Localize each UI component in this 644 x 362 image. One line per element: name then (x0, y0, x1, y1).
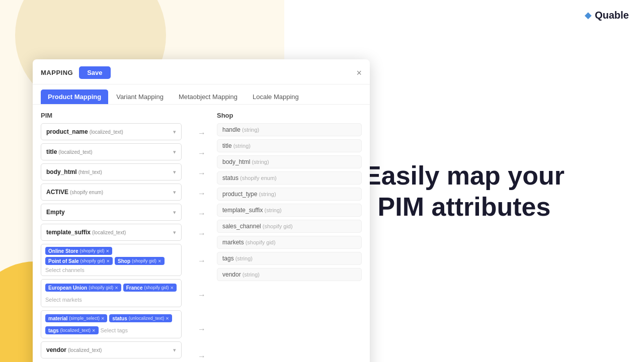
tab-variant-mapping[interactable]: Variant Mapping (109, 89, 171, 104)
pim-row-channels[interactable]: Online Store(shopify gid) × Point of Sal… (41, 244, 182, 276)
markets-placeholder: Select markets (45, 297, 82, 303)
pim-row-vendor[interactable]: vendor(localized_text) ▾ (41, 341, 182, 358)
pim-rows: product_name(localized_text) ▾ title(loc… (41, 123, 187, 358)
pim-header: PIM (41, 112, 187, 119)
arrow-10: → (187, 348, 217, 362)
tags-placeholder: Select tags (101, 327, 128, 333)
shop-template-suffix: template_suffix(string) (217, 204, 362, 217)
shop-body-html: body_html(string) (217, 155, 362, 168)
chip-online-store: Online Store(shopify gid) × (45, 247, 112, 255)
mapping-body: PIM product_name(localized_text) ▾ title… (33, 105, 370, 362)
shop-tags: tags(string) (217, 252, 362, 265)
chip-material: material(simple_select) × (45, 314, 107, 322)
shop-title: title(string) (217, 139, 362, 152)
hero-line1: Easily map your (364, 161, 565, 190)
shop-column: Shop handle(string) title(string) body_h… (217, 112, 362, 362)
arrow-4: → (187, 185, 217, 202)
shop-markets: markets(shopify gid) (217, 236, 362, 249)
pim-row-active[interactable]: ACTIVE(shopify enum) ▾ (41, 184, 182, 201)
tab-product-mapping[interactable]: Product Mapping (41, 89, 108, 104)
arrow-3: → (187, 165, 217, 182)
channels-placeholder: Select channels (45, 267, 85, 273)
chip-european-union: European Union(shopify gid) × (45, 284, 121, 292)
arrow-column: → → → → → → → → → → (187, 112, 217, 362)
shop-product-type: product_type(string) (217, 188, 362, 201)
hero-line2: PIM attributes (378, 192, 551, 221)
arrow-6: → (187, 225, 217, 242)
modal-header: MAPPING Save × (33, 59, 370, 84)
chip-status: status(unlocalized_text) × (109, 314, 172, 322)
pim-row-empty[interactable]: Empty ▾ (41, 204, 182, 221)
modal-title: MAPPING (41, 69, 73, 76)
pim-row-body-html[interactable]: body_html(html_text) ▾ (41, 163, 182, 180)
tab-locale-mapping[interactable]: Locale Mapping (246, 89, 306, 104)
tab-metaobject-mapping[interactable]: Metaobject Mapping (172, 89, 245, 104)
mapping-modal: MAPPING Save × Product Mapping Variant M… (33, 59, 370, 362)
pim-row-title[interactable]: title(localized_text) ▾ (41, 143, 182, 160)
close-button[interactable]: × (356, 68, 362, 77)
shop-handle: handle(string) (217, 123, 362, 136)
header: ◆ Quable (284, 0, 644, 30)
arrow-7: → (187, 245, 217, 277)
tabs: Product Mapping Variant Mapping Metaobje… (33, 84, 370, 105)
pim-row-tags[interactable]: material(simple_select) × status(unlocal… (41, 310, 182, 338)
pim-row-product-name[interactable]: product_name(localized_text) ▾ (41, 123, 182, 140)
chip-point-of-sale: Point of Sale(shopify gid) × (45, 257, 113, 265)
arrow-5: → (187, 205, 217, 222)
shop-status: status(shopify enum) (217, 171, 362, 185)
chip-shop: Shop(shopify gid) × (115, 257, 164, 265)
hero-text: Easily map your PIM attributes (364, 160, 565, 223)
arrow-9: → (187, 314, 217, 345)
arrow-1: → (187, 125, 217, 142)
chip-france: France(shopify gid) × (123, 284, 177, 292)
pim-row-markets[interactable]: European Union(shopify gid) × France(sho… (41, 279, 182, 307)
shop-sales-channel: sales_channel(shopify gid) (217, 220, 362, 233)
shop-vendor: vendor(string) (217, 268, 362, 281)
logo-icon: ◆ (585, 10, 592, 21)
shop-header: Shop (217, 112, 362, 119)
logo-text: Quable (595, 10, 629, 21)
pim-column: PIM product_name(localized_text) ▾ title… (41, 112, 187, 362)
save-button[interactable]: Save (79, 66, 110, 79)
arrow-8: → (187, 280, 217, 311)
logo: ◆ Quable (585, 10, 629, 21)
chip-tags: tags(localized_text) × (45, 326, 99, 334)
arrow-2: → (187, 145, 217, 162)
pim-row-template-suffix[interactable]: template_suffix(localized_text) ▾ (41, 224, 182, 241)
shop-rows: handle(string) title(string) body_html(s… (217, 123, 362, 281)
modal-title-row: MAPPING Save (41, 66, 111, 79)
